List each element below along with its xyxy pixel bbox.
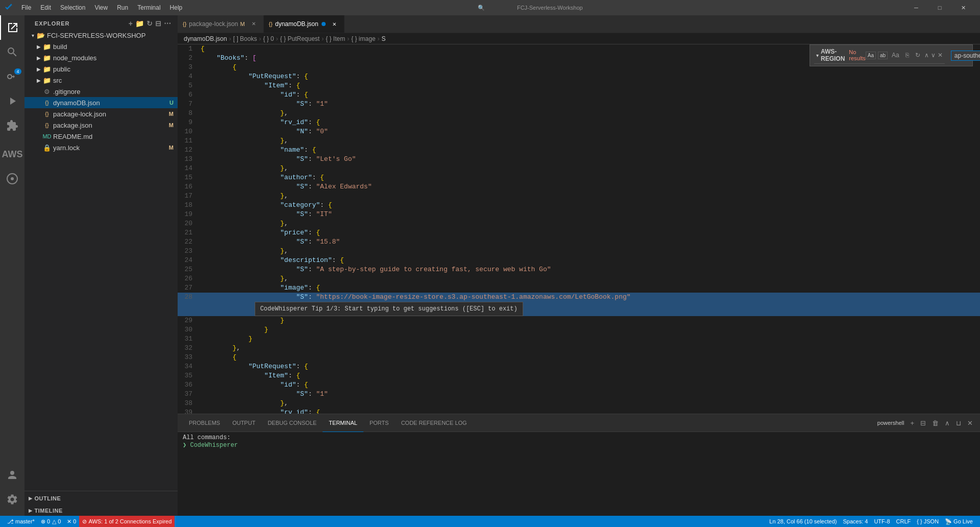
remote-activity-icon[interactable]	[0, 166, 24, 191]
more-actions-icon[interactable]: ⋯	[164, 19, 172, 28]
menu-edit[interactable]: Edit	[36, 3, 55, 12]
breadcrumb-putrequest[interactable]: { } PutRequest	[280, 35, 320, 42]
breadcrumb-books[interactable]: [ ] Books	[233, 35, 257, 42]
panel-close[interactable]: ✕	[965, 418, 975, 428]
search-activity-icon[interactable]	[0, 40, 24, 64]
account-activity-icon[interactable]	[0, 463, 24, 487]
source-control-activity-icon[interactable]: 4	[0, 64, 24, 89]
tab-ports[interactable]: PORTS	[363, 414, 395, 432]
status-aws[interactable]: ⊘ AWS: 1 of 2 Connections Expired	[79, 516, 175, 527]
line-content-8: },	[201, 109, 980, 118]
panel-collapse[interactable]: ∧	[943, 418, 952, 428]
find-refresh-icon[interactable]: ↻	[913, 51, 922, 60]
folder-node-modules[interactable]: ▶ 📁 node_modules	[24, 52, 178, 63]
public-folder-icon: 📁	[43, 65, 51, 73]
find-close-icon[interactable]: ✕	[938, 52, 943, 59]
activity-bar: 4 AWS	[0, 15, 24, 516]
tab-problems[interactable]: PROBLEMS	[183, 414, 226, 432]
close-button[interactable]: ✕	[951, 0, 975, 15]
breadcrumb-sep-2: ›	[259, 35, 261, 42]
tab-output[interactable]: OUTPUT	[226, 414, 261, 432]
menu-run[interactable]: Run	[113, 3, 132, 12]
file-gitignore[interactable]: ⚙ .gitignore	[24, 86, 178, 97]
timeline-header[interactable]: ▶ TIMELINE	[24, 506, 178, 516]
new-file-icon[interactable]: +	[129, 19, 133, 28]
breadcrumb-item[interactable]: { } Item	[326, 35, 345, 42]
find-format-aa[interactable]: Aa	[866, 52, 876, 59]
find-prev-icon[interactable]: ∧	[924, 52, 929, 59]
find-next-icon[interactable]: ∨	[931, 52, 936, 59]
panel-maximize[interactable]: ⊔	[954, 418, 963, 428]
outline-header[interactable]: ▶ OUTLINE	[24, 493, 178, 504]
folder-src[interactable]: ▶ 📁 src	[24, 75, 178, 86]
terminal-line-commands: All commands:	[183, 434, 975, 441]
breadcrumb-image[interactable]: { } image	[351, 35, 375, 42]
tab-debug-console[interactable]: DEBUG CONSOLE	[261, 414, 323, 432]
explorer-activity-icon[interactable]	[0, 15, 24, 40]
breadcrumb-s[interactable]: S	[382, 35, 386, 42]
menu-file[interactable]: File	[17, 3, 35, 12]
folder-public[interactable]: ▶ 📁 public	[24, 63, 178, 75]
menu-terminal[interactable]: Terminal	[133, 3, 164, 12]
collapse-all-icon[interactable]: ⊟	[155, 19, 162, 28]
status-errors[interactable]: ⊗ 0 △ 0	[38, 516, 64, 527]
terminal-content[interactable]: All commands: ❯ CodeWhisperer	[178, 432, 980, 516]
find-match-case[interactable]: Aa	[890, 51, 901, 60]
tab-package-lock[interactable]: {} package-lock.json M ✕	[178, 15, 264, 33]
breadcrumb-0[interactable]: { } 0	[263, 35, 274, 42]
find-widget-collapse-icon[interactable]: ▾	[816, 53, 819, 58]
menu-selection[interactable]: Selection	[56, 3, 89, 12]
file-package-json[interactable]: {} package.json M	[24, 119, 178, 131]
line-num-32: 32	[178, 344, 201, 353]
folder-build[interactable]: ▶ 📁 build	[24, 41, 178, 52]
find-copy-icon[interactable]: ⎘	[903, 51, 911, 60]
line-num-19: 19	[178, 210, 201, 219]
menu-view[interactable]: View	[90, 3, 112, 12]
breadcrumb-sep-1: ›	[229, 35, 231, 42]
panel-split-terminal[interactable]: ⊟	[918, 418, 928, 428]
status-warnings[interactable]: ✕ 0	[64, 516, 79, 527]
tab-code-reference[interactable]: CODE REFERENCE LOG	[395, 414, 473, 432]
line-num-16: 16	[178, 182, 201, 191]
status-cursor-pos[interactable]: Ln 28, Col 66 (10 selected)	[766, 516, 840, 527]
tab-dynamodb[interactable]: {} dynamoDB.json ✕	[264, 15, 345, 33]
panel-add-terminal[interactable]: +	[908, 418, 916, 428]
extensions-activity-icon[interactable]	[0, 113, 24, 138]
line-num-17: 17	[178, 191, 201, 201]
panel-tabs: PROBLEMS OUTPUT DEBUG CONSOLE TERMINAL P…	[178, 414, 980, 432]
source-control-badge: 4	[14, 68, 21, 75]
root-folder[interactable]: ▾ 📂 FCI-SERVERLESS-WORKSHOP	[24, 30, 178, 41]
refresh-icon[interactable]: ↻	[146, 19, 153, 28]
line-num-38: 38	[178, 399, 201, 408]
line-content-11: },	[201, 136, 980, 146]
code-line-21: 21 "price": {	[178, 228, 980, 237]
status-eol[interactable]: CRLF	[893, 516, 914, 527]
maximize-button[interactable]: □	[928, 0, 951, 15]
aws-activity-icon[interactable]: AWS	[0, 142, 24, 166]
breadcrumb-file[interactable]: dynamoDB.json	[184, 35, 227, 42]
status-golive[interactable]: 📡 Go Live	[942, 516, 976, 527]
status-language[interactable]: { } JSON	[914, 516, 942, 527]
file-dynamodb-json[interactable]: {} dynamoDB.json U	[24, 97, 178, 108]
status-encoding[interactable]: UTF-8	[871, 516, 893, 527]
find-input[interactable]	[951, 51, 980, 61]
settings-activity-icon[interactable]	[0, 487, 24, 512]
menu-help[interactable]: Help	[166, 3, 187, 12]
status-branch[interactable]: ⎇ master*	[4, 516, 38, 527]
run-debug-activity-icon[interactable]	[0, 89, 24, 113]
file-readme[interactable]: MD README.md	[24, 131, 178, 142]
minimize-button[interactable]: ─	[904, 0, 928, 15]
status-spaces[interactable]: Spaces: 4	[840, 516, 871, 527]
tab-package-lock-close[interactable]: ✕	[249, 19, 258, 29]
tab-terminal[interactable]: TERMINAL	[323, 414, 363, 432]
panel-trash[interactable]: 🗑	[930, 418, 941, 428]
new-folder-icon[interactable]: 📁	[135, 19, 144, 28]
tab-dynamodb-close[interactable]: ✕	[330, 19, 339, 29]
outline-label: OUTLINE	[35, 495, 61, 501]
file-package-lock[interactable]: {} package-lock.json M	[24, 108, 178, 119]
tab-dynamodb-modified-dot	[322, 22, 326, 26]
file-yarn-lock[interactable]: 🔒 yarn.lock M	[24, 142, 178, 153]
find-format-ab[interactable]: ab	[878, 52, 888, 59]
line-content-36: "id": {	[201, 380, 980, 390]
code-editor[interactable]: 1 { 2 "Books": [ 3 { 4 "PutRequest": {	[178, 44, 980, 414]
